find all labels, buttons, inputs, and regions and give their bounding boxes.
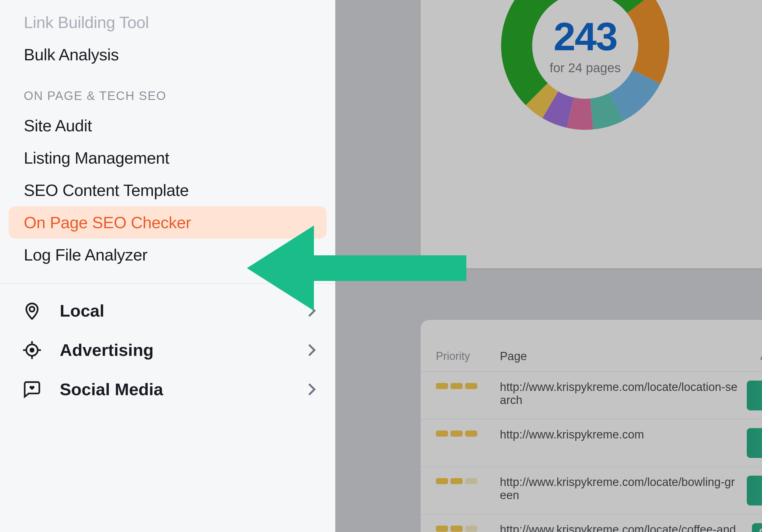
table-row[interactable]: http://www.krispykreme.com14 ideas	[420, 420, 762, 467]
ideas-pill[interactable]: 9 ideas	[752, 523, 762, 532]
ideas-pill[interactable]: 12 ideas	[747, 476, 762, 505]
priority-bar	[465, 431, 477, 436]
sidebar-divider	[0, 283, 335, 284]
map-pin-icon	[21, 301, 43, 320]
priority-bar	[450, 383, 463, 389]
table-row[interactable]: http://www.krispykreme.com/locate/locati…	[420, 372, 762, 420]
table-header-row: Priority Page All ideas	[420, 341, 762, 372]
priority-cell	[436, 476, 500, 484]
ideas-donut-chart: 243 for 24 pages	[494, 0, 677, 137]
ideas-total-subtitle: for 24 pages	[550, 61, 621, 75]
col-header-priority[interactable]: Priority	[436, 350, 500, 363]
svg-point-2	[31, 348, 34, 352]
sidebar-item-listing-management[interactable]: Listing Management	[0, 142, 335, 174]
sidebar-item-on-page-seo-checker[interactable]: On Page SEO Checker	[9, 206, 327, 238]
table-row[interactable]: http://www.krispykreme.com/locate/coffee…	[420, 515, 762, 532]
ideas-pill[interactable]: 11 ideas	[747, 380, 762, 410]
ideas-total-value: 243	[550, 14, 621, 59]
priority-bar	[436, 383, 448, 389]
sidebar-category-advertising[interactable]: Advertising	[0, 330, 335, 369]
ideas-cell: 9 ideas	[747, 523, 762, 532]
priority-cell	[436, 428, 500, 436]
category-label: Social Media	[60, 379, 305, 399]
pages-table-card: Priority Page All ideas http://www.krisp…	[420, 320, 762, 532]
chevron-right-icon	[304, 383, 316, 395]
ideas-cell: 14 ideas	[747, 428, 762, 458]
sidebar-section-heading: ON PAGE & TECH SEO	[0, 71, 335, 109]
page-url-cell[interactable]: http://www.krispykreme.com/locate/bowlin…	[500, 476, 747, 502]
chevron-right-icon	[304, 344, 316, 356]
page-url-cell[interactable]: http://www.krispykreme.com/locate/locati…	[500, 380, 747, 407]
priority-bar	[450, 526, 463, 532]
ideas-pill[interactable]: 14 ideas	[747, 428, 762, 458]
sidebar-item-log-file-analyzer[interactable]: Log File Analyzer	[0, 238, 335, 271]
priority-bar	[450, 478, 463, 484]
crosshair-icon	[21, 340, 43, 360]
sidebar-category-social-media[interactable]: Social Media	[0, 369, 335, 409]
content-pane-dimmed: 243 for 24 pages Ba Ba… Te Tech… Ux User…	[335, 0, 762, 532]
priority-cell	[436, 523, 500, 532]
category-label: Local	[60, 301, 305, 320]
priority-bar	[450, 431, 463, 436]
priority-bar	[436, 526, 448, 532]
col-header-ideas[interactable]: All ideas	[747, 350, 762, 363]
page-url-cell[interactable]: http://www.krispykreme.com/locate/coffee…	[500, 523, 747, 532]
svg-point-0	[30, 306, 35, 311]
sidebar-item-link-building-tool[interactable]: Link Building Tool	[0, 6, 335, 38]
sidebar-item-site-audit[interactable]: Site Audit	[0, 109, 335, 142]
priority-bar	[436, 478, 448, 484]
ideas-cell: 11 ideas	[747, 380, 762, 410]
ideas-summary-card: 243 for 24 pages Ba Ba… Te Tech… Ux User…	[420, 0, 762, 268]
sidebar: Link Building Tool Bulk Analysis ON PAGE…	[0, 0, 335, 532]
priority-cell	[436, 380, 500, 389]
col-header-page[interactable]: Page	[500, 350, 747, 363]
ideas-cell: 12 ideas	[747, 476, 762, 505]
sidebar-item-bulk-analysis[interactable]: Bulk Analysis	[0, 38, 335, 71]
table-row[interactable]: http://www.krispykreme.com/locate/bowlin…	[420, 467, 762, 515]
sidebar-category-local[interactable]: Local	[0, 291, 335, 330]
category-label: Advertising	[60, 340, 305, 360]
chevron-right-icon	[304, 305, 316, 317]
priority-bar	[465, 478, 477, 484]
chat-heart-icon	[21, 380, 43, 399]
priority-bar	[436, 431, 448, 436]
page-url-cell[interactable]: http://www.krispykreme.com	[500, 428, 747, 441]
sidebar-item-seo-content-template[interactable]: SEO Content Template	[0, 174, 335, 206]
priority-bar	[465, 526, 477, 532]
priority-bar	[465, 383, 477, 389]
